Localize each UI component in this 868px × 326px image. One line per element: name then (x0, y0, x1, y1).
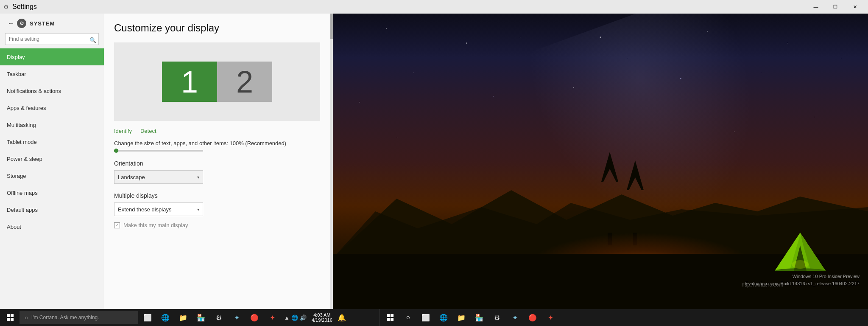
sidebar-item-default-label: Default apps (7, 207, 38, 213)
sidebar-item-display[interactable]: Display (0, 48, 104, 65)
system-title: SYSTEM (30, 20, 55, 27)
sidebar-item-notifications-label: Notifications & actions (7, 88, 61, 94)
task-view-button[interactable]: ⬜ (139, 309, 156, 326)
cortana-search-icon: ○ (25, 315, 28, 321)
sidebar-item-tablet[interactable]: Tablet mode (0, 133, 104, 150)
sidebar-item-about[interactable]: About (0, 218, 104, 235)
tree-silhouettes (584, 148, 669, 245)
edge-icon: 🌐 (161, 314, 170, 322)
multiple-displays-dropdown[interactable]: Extend these displays ▾ (114, 202, 203, 216)
network-icon[interactable]: 🌐 (291, 315, 298, 321)
sidebar-item-multitasking-label: Multitasking (7, 122, 36, 128)
settings-title: Customize your display (114, 22, 320, 34)
main-display-checkbox[interactable]: ✓ (114, 222, 120, 228)
system-gear-icon: ⚙ (17, 19, 26, 28)
app3-right-button[interactable]: ✦ (542, 309, 559, 326)
svg-marker-2 (601, 152, 618, 245)
sidebar-item-display-label: Display (7, 54, 25, 60)
explorer-right-button[interactable]: 📁 (453, 309, 470, 326)
windows-logo-icon (7, 314, 14, 321)
scale-label: Change the size of text, apps, and other… (114, 140, 320, 146)
system-tray-left: ▲ 🌐 🔊 4:03 AM 4/19/2016 🔔 (282, 309, 380, 326)
sidebar-item-tablet-label: Tablet mode (7, 139, 37, 145)
display-monitor-1[interactable]: 1 (162, 62, 217, 102)
settings-icon: ⚙ (3, 3, 9, 10)
start-button[interactable] (2, 309, 19, 326)
windows-logo-right-icon (387, 314, 394, 321)
settings-right-icon: ⚙ (494, 314, 500, 322)
find-setting-input[interactable] (5, 33, 99, 45)
back-button[interactable]: ← (5, 17, 17, 30)
maximize-button[interactable]: ❐ (826, 0, 845, 14)
task-view-right-button[interactable]: ⬜ (417, 309, 434, 326)
app2-right-button[interactable]: 🔴 (524, 309, 541, 326)
close-button[interactable]: ✕ (845, 0, 865, 14)
title-bar-title: Settings (12, 3, 37, 11)
task-view-right-icon: ⬜ (421, 314, 430, 322)
tent-illustration (775, 233, 826, 271)
edge-right-button[interactable]: 🌐 (435, 309, 452, 326)
minimize-button[interactable]: — (806, 0, 826, 14)
app2-button[interactable]: 🔴 (246, 309, 263, 326)
app1-right-button[interactable]: ✦ (506, 309, 523, 326)
sidebar-item-multitasking[interactable]: Multitasking (0, 116, 104, 133)
sidebar-item-offline[interactable]: Offline maps (0, 184, 104, 201)
settings-taskbar-icon: ⚙ (216, 314, 222, 322)
clock-widget[interactable]: 4:03 AM 4/19/2016 (308, 312, 336, 323)
identify-detect-row: Identify Detect (114, 128, 320, 134)
settings-right-button[interactable]: ⚙ (488, 309, 505, 326)
app1-button[interactable]: ✦ (228, 309, 245, 326)
settings-taskbar-button[interactable]: ⚙ (210, 309, 227, 326)
multiple-displays-arrow-icon: ▾ (197, 207, 199, 212)
sidebar-item-storage[interactable]: Storage (0, 167, 104, 184)
app1-icon: ✦ (234, 314, 240, 322)
svg-rect-19 (391, 318, 394, 321)
notification-area-icon[interactable]: ▲ (284, 315, 290, 321)
notification-center-icon: 🔔 (338, 314, 346, 322)
store-right-button[interactable]: 🏪 (471, 309, 488, 326)
sidebar-item-default[interactable]: Default apps (0, 201, 104, 218)
store-icon: 🏪 (197, 314, 205, 322)
notification-center-button[interactable]: 🔔 (336, 309, 348, 326)
app3-button[interactable]: ✦ (264, 309, 281, 326)
sidebar-item-power[interactable]: Power & sleep (0, 150, 104, 167)
clock-time: 4:03 AM (313, 312, 330, 318)
taskbar-left-section: ○ I'm Cortana. Ask me anything. ⬜ 🌐 📁 🏪 … (0, 309, 282, 326)
svg-rect-16 (387, 314, 390, 317)
display-monitor-2[interactable]: 2 (217, 62, 272, 102)
file-explorer-button[interactable]: 📁 (175, 309, 192, 326)
sidebar-item-taskbar[interactable]: Taskbar (0, 65, 104, 82)
orientation-arrow-icon: ▾ (197, 175, 199, 180)
detect-button[interactable]: Detect (140, 128, 156, 134)
start-button-right[interactable] (382, 309, 399, 326)
taskbar: ○ I'm Cortana. Ask me anything. ⬜ 🌐 📁 🏪 … (0, 309, 868, 326)
windows-store-button[interactable]: 🏪 (193, 309, 209, 326)
title-bar-controls: — ❐ ✕ (806, 0, 865, 14)
build-info-line2: Evaluation copy. Build 14316.rs1_release… (745, 280, 860, 288)
main-display-label: Make this my main display (123, 222, 188, 228)
file-explorer-icon: 📁 (179, 314, 187, 322)
cortana-right-button[interactable]: ○ (399, 309, 416, 326)
desktop-wallpaper: http://winaero.com Windows 10 Pro Inside… (333, 14, 868, 309)
sidebar-nav: Display Taskbar Notifications & actions … (0, 48, 104, 309)
cortana-search-bar[interactable]: ○ I'm Cortana. Ask me anything. (20, 311, 138, 324)
sidebar-item-apps[interactable]: Apps & features (0, 99, 104, 116)
sidebar-header: ← ⚙ SYSTEM (0, 14, 104, 31)
settings-panel: Customize your display 1 2 Identify Dete… (104, 14, 333, 309)
multiple-displays-title: Multiple displays (114, 192, 320, 199)
sidebar-item-notifications[interactable]: Notifications & actions (0, 82, 104, 99)
find-search-icon: 🔍 (89, 37, 96, 43)
edge-browser-button[interactable]: 🌐 (157, 309, 174, 326)
slider-thumb[interactable] (114, 149, 118, 153)
sys-tray: ▲ 🌐 🔊 (282, 315, 308, 321)
volume-icon[interactable]: 🔊 (300, 315, 307, 321)
app1-right-icon: ✦ (512, 314, 518, 322)
orientation-dropdown[interactable]: Landscape ▾ (114, 170, 203, 184)
build-info: Windows 10 Pro Insider Preview Evaluatio… (745, 273, 860, 288)
identify-button[interactable]: Identify (114, 128, 132, 134)
svg-rect-12 (7, 314, 10, 317)
scale-slider[interactable] (114, 150, 203, 152)
svg-rect-17 (391, 314, 394, 317)
orientation-section: Orientation Landscape ▾ (114, 160, 320, 184)
app2-icon: 🔴 (250, 314, 259, 322)
